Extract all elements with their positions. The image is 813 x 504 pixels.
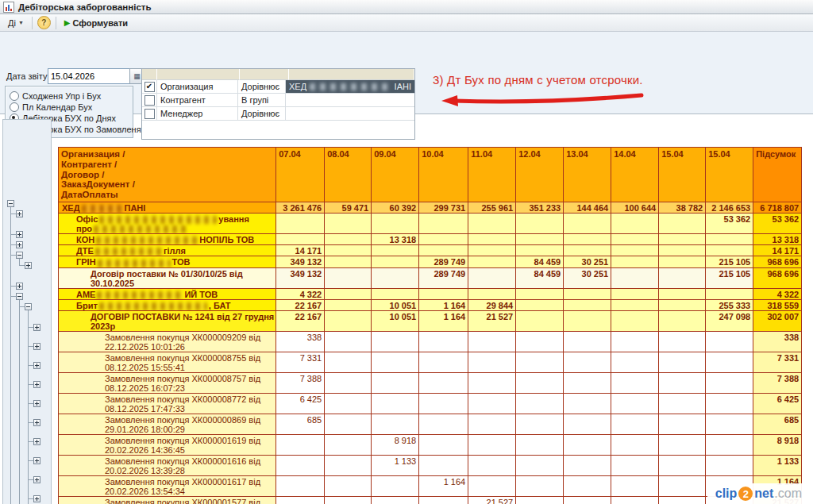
row-value-cell[interactable] xyxy=(419,455,468,475)
row-value-cell[interactable]: 6 425 xyxy=(276,393,325,414)
row-value-cell[interactable] xyxy=(276,234,325,245)
filter-condition[interactable]: В групі xyxy=(238,94,286,106)
row-value-cell[interactable]: 60 392 xyxy=(372,202,419,213)
row-value-cell[interactable] xyxy=(564,331,611,352)
row-label-cell[interactable]: Замовлення покупця ХК000001617 від20.02.… xyxy=(59,475,276,496)
row-value-cell[interactable] xyxy=(706,372,753,393)
row-value-cell[interactable] xyxy=(611,267,659,288)
row-value-cell[interactable] xyxy=(325,299,372,310)
tree-expand-toggle[interactable] xyxy=(16,293,23,300)
row-value-cell[interactable] xyxy=(372,214,419,234)
filter-checkbox[interactable]: ✔ xyxy=(144,82,155,92)
row-value-cell[interactable] xyxy=(516,299,564,310)
filter-condition[interactable]: Дорівнює xyxy=(238,107,286,120)
row-value-cell[interactable] xyxy=(372,267,419,288)
row-value-cell[interactable] xyxy=(611,393,659,414)
row-value-cell[interactable] xyxy=(419,414,468,434)
filter-condition[interactable]: Дорівнює xyxy=(238,80,286,93)
row-label-cell[interactable]: Замовлення покупця ХК000001619 від20.02.… xyxy=(59,434,276,455)
row-value-cell[interactable] xyxy=(516,496,564,504)
row-value-cell[interactable] xyxy=(468,434,516,455)
row-total-cell[interactable]: 13 318 xyxy=(753,234,802,245)
row-total-cell[interactable]: 685 xyxy=(753,414,802,434)
report-date-input[interactable] xyxy=(48,68,132,84)
tree-expand-toggle[interactable] xyxy=(16,252,23,259)
filter-field-name[interactable]: Организация xyxy=(157,80,238,93)
row-value-cell[interactable]: 4 322 xyxy=(276,288,325,299)
row-value-cell[interactable] xyxy=(659,475,706,496)
row-value-cell[interactable] xyxy=(564,414,611,434)
tree-expand-toggle[interactable] xyxy=(33,495,40,502)
row-total-cell[interactable]: 14 171 xyxy=(753,245,802,256)
row-value-cell[interactable] xyxy=(516,331,564,352)
row-value-cell[interactable]: 255 333 xyxy=(706,299,753,310)
row-value-cell[interactable] xyxy=(564,245,611,256)
row-value-cell[interactable] xyxy=(419,496,468,504)
row-total-cell[interactable]: 302 007 xyxy=(753,310,802,331)
filter-value[interactable] xyxy=(286,94,414,106)
row-value-cell[interactable] xyxy=(706,414,753,434)
row-label-cell[interactable]: ГРІНТОВ xyxy=(59,256,276,267)
radio-option[interactable]: Сходженя Упр і Бух xyxy=(10,90,133,102)
row-value-cell[interactable] xyxy=(372,372,419,393)
row-value-cell[interactable] xyxy=(325,414,372,434)
row-value-cell[interactable] xyxy=(659,245,706,256)
row-value-cell[interactable] xyxy=(564,455,611,475)
row-value-cell[interactable]: 13 318 xyxy=(372,234,419,245)
row-value-cell[interactable]: 1 133 xyxy=(372,455,419,475)
row-value-cell[interactable] xyxy=(468,245,516,256)
tree-expand-toggle[interactable] xyxy=(25,303,32,310)
row-value-cell[interactable] xyxy=(659,299,706,310)
row-value-cell[interactable] xyxy=(372,414,419,434)
row-value-cell[interactable] xyxy=(611,434,659,455)
row-value-cell[interactable] xyxy=(325,496,372,504)
row-value-cell[interactable] xyxy=(564,393,611,414)
row-value-cell[interactable] xyxy=(325,245,372,256)
row-value-cell[interactable] xyxy=(419,234,468,245)
row-value-cell[interactable] xyxy=(611,288,659,299)
row-value-cell[interactable] xyxy=(659,310,706,331)
filter-value[interactable] xyxy=(286,107,414,120)
row-value-cell[interactable]: 59 471 xyxy=(325,202,372,213)
row-value-cell[interactable] xyxy=(419,352,468,372)
row-value-cell[interactable] xyxy=(659,455,706,475)
tree-expand-toggle[interactable] xyxy=(33,419,40,426)
row-value-cell[interactable] xyxy=(564,352,611,372)
row-value-cell[interactable]: 100 644 xyxy=(611,202,659,213)
row-value-cell[interactable] xyxy=(564,299,611,310)
row-value-cell[interactable] xyxy=(468,414,516,434)
row-value-cell[interactable]: 3 261 476 xyxy=(276,202,325,213)
row-value-cell[interactable] xyxy=(516,245,564,256)
tree-expand-toggle[interactable] xyxy=(33,400,40,407)
row-value-cell[interactable]: 2 146 653 xyxy=(706,202,753,213)
row-value-cell[interactable] xyxy=(372,393,419,414)
row-value-cell[interactable]: 349 132 xyxy=(276,256,325,267)
row-value-cell[interactable]: 289 749 xyxy=(419,267,468,288)
row-value-cell[interactable] xyxy=(468,214,516,234)
row-value-cell[interactable] xyxy=(372,475,419,496)
row-value-cell[interactable]: 215 105 xyxy=(706,256,753,267)
row-value-cell[interactable] xyxy=(706,434,753,455)
row-value-cell[interactable]: 289 749 xyxy=(419,256,468,267)
row-value-cell[interactable]: 30 251 xyxy=(564,267,611,288)
filter-field-name[interactable]: Менеджер xyxy=(157,107,238,120)
row-value-cell[interactable] xyxy=(419,288,468,299)
filter-checkbox[interactable] xyxy=(144,109,155,119)
row-value-cell[interactable] xyxy=(611,496,659,504)
row-label-cell[interactable]: Замовлення покупця ХК000001616 від20.02.… xyxy=(59,455,276,475)
tree-expand-toggle[interactable] xyxy=(25,262,32,269)
row-value-cell[interactable] xyxy=(325,434,372,455)
row-value-cell[interactable] xyxy=(659,393,706,414)
tree-expand-toggle[interactable] xyxy=(16,283,23,290)
row-value-cell[interactable] xyxy=(468,475,516,496)
row-value-cell[interactable] xyxy=(659,434,706,455)
row-value-cell[interactable] xyxy=(564,434,611,455)
row-value-cell[interactable] xyxy=(372,496,419,504)
row-value-cell[interactable] xyxy=(706,393,753,414)
row-value-cell[interactable] xyxy=(372,288,419,299)
row-value-cell[interactable] xyxy=(468,393,516,414)
row-value-cell[interactable] xyxy=(516,310,564,331)
filter-checkbox[interactable] xyxy=(144,95,155,106)
row-value-cell[interactable]: 1 164 xyxy=(419,299,468,310)
row-value-cell[interactable] xyxy=(325,288,372,299)
